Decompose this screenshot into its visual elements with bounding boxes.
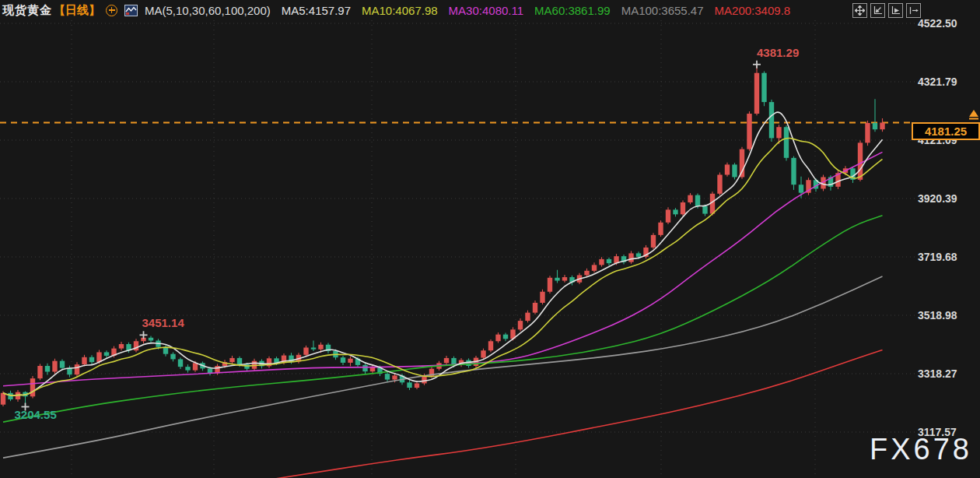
price-axis-label: 4321.79 (918, 76, 957, 88)
candle-body (651, 235, 656, 248)
candle-body (688, 195, 692, 202)
candle-body (229, 358, 234, 362)
chart-toolbar (852, 3, 921, 18)
candle-body (628, 253, 633, 262)
candle-body (769, 102, 774, 138)
candle-body (244, 364, 249, 369)
candle-body (392, 375, 397, 379)
pan-icon[interactable] (852, 3, 867, 18)
fx678-watermark: FX678 (870, 433, 972, 466)
candle-body (761, 73, 766, 102)
candle-body (666, 209, 670, 222)
candle-body (45, 366, 50, 371)
y-axis-scale-icon[interactable] (870, 3, 885, 18)
symbol-name: 现货黄金 (2, 3, 52, 18)
candle-body (880, 123, 884, 130)
ma60-line (3, 216, 883, 422)
candle-body (89, 357, 94, 362)
ma10-line (3, 138, 883, 395)
candle-body (185, 367, 190, 370)
candle-body (488, 341, 493, 350)
candle-body (784, 127, 789, 158)
candle-body (636, 253, 641, 256)
candle-body (858, 142, 863, 179)
candle-body (444, 358, 449, 363)
ma10-value: MA10:4067.98 (362, 4, 438, 17)
candle-body (732, 164, 737, 177)
candle-body (799, 185, 803, 192)
candle-body (178, 359, 183, 367)
candle-body (407, 382, 411, 388)
candle-body (673, 209, 677, 214)
extreme-price-label: 4381.29 (757, 46, 799, 59)
ma5-line (3, 112, 883, 395)
candle-body (422, 376, 426, 383)
candle-body (562, 277, 567, 280)
price-axis-label: 3719.68 (918, 251, 957, 263)
candle-body (193, 363, 198, 370)
candle-body (584, 271, 589, 276)
ma200-line (225, 350, 883, 478)
candle-body (237, 358, 242, 364)
candle-body (385, 374, 390, 379)
candle-body (170, 354, 175, 360)
candle-body (341, 357, 345, 363)
circle-plus-icon[interactable] (106, 5, 117, 16)
candle-body (481, 350, 485, 357)
kline-chart-icon[interactable] (124, 5, 138, 16)
ma5-value: MA5:4157.97 (282, 4, 351, 17)
legend-bar: 现货黄金 【日线】 MA(5,10,30,60,100,200) MA5:415… (0, 0, 980, 20)
current-price-badge: 4181.25 (912, 122, 980, 140)
candle-body (599, 259, 604, 265)
candlestick-chart-canvas[interactable]: 4381.293451.143204.55 (0, 0, 980, 478)
candle-body (75, 364, 79, 374)
candle-body (348, 359, 352, 363)
candle-body (104, 352, 109, 355)
candle-body (370, 367, 375, 371)
candle-body (702, 206, 707, 214)
price-axis-label: 3318.27 (918, 367, 957, 380)
kline-chart-window: 4381.293451.143204.55 现货黄金 【日线】 MA(5,10,… (0, 0, 980, 478)
candle-body (30, 378, 35, 396)
shift-right-icon[interactable] (906, 3, 921, 18)
candle-body (555, 278, 559, 281)
candle-body (873, 123, 877, 129)
candle-body (495, 335, 500, 342)
candle-body (525, 313, 530, 321)
candle-body (303, 347, 308, 354)
candle-body (548, 278, 552, 292)
candle-body (119, 344, 124, 349)
candle-body (717, 175, 722, 194)
candle-body (754, 73, 759, 114)
ma100-value: MA100:3655.47 (621, 4, 704, 17)
candle-body (503, 335, 508, 339)
price-up-arrow-icon (968, 110, 980, 124)
candle-body (533, 303, 537, 313)
candle-body (695, 195, 700, 206)
candle-body (415, 383, 419, 388)
candle-body (540, 292, 544, 303)
candle-body (518, 321, 523, 329)
candle-body (60, 361, 65, 368)
candle-body (82, 357, 86, 364)
candle-body (747, 114, 751, 149)
candle-body (37, 366, 42, 378)
ma-settings-label: MA(5,10,30,60,100,200) (145, 4, 271, 17)
candle-body (681, 202, 685, 214)
ma60-value: MA60:3861.99 (534, 4, 611, 17)
candle-body (607, 259, 611, 263)
x-axis-scale-icon[interactable] (888, 3, 903, 18)
timeframe-label: 【日线】 (54, 3, 100, 18)
ma30-value: MA30:4080.11 (449, 4, 523, 17)
ma30-line (3, 152, 883, 385)
extreme-price-label: 3204.55 (15, 408, 57, 421)
candle-body (163, 347, 168, 354)
candle-body (318, 345, 323, 350)
candle-body (362, 365, 367, 371)
price-axis-label: 3518.98 (918, 309, 957, 322)
ma200-value: MA200:3409.8 (715, 4, 791, 17)
candle-body (311, 347, 316, 349)
candle-body (52, 361, 57, 372)
candle-body (776, 127, 781, 138)
candle-body (149, 338, 153, 341)
